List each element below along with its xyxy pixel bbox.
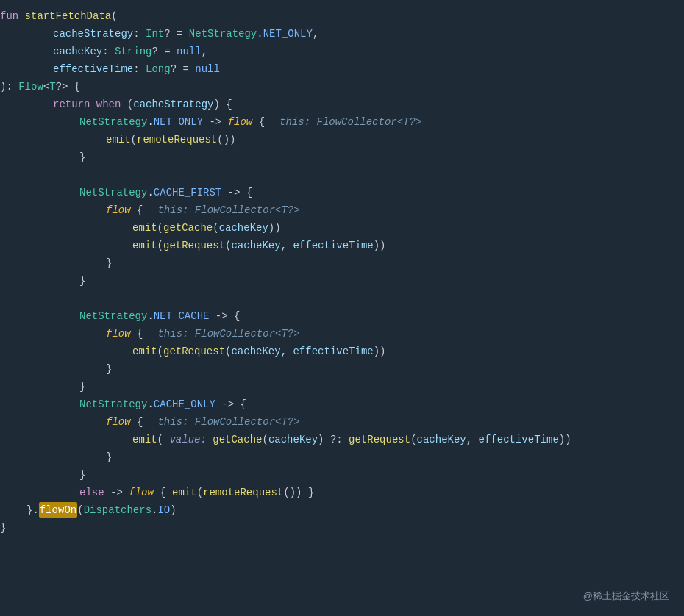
code-line: emit(getCache(cacheKey)) — [0, 219, 684, 237]
code-line: NetStrategy.CACHE_FIRST -> { — [0, 184, 684, 201]
code-line: } — [0, 466, 684, 484]
code-line: fun startFetchData( — [0, 7, 684, 25]
code-line: } — [0, 448, 684, 466]
code-line: } — [0, 254, 684, 272]
code-line: NetStrategy.NET_CACHE -> { — [0, 307, 684, 325]
code-line: } — [0, 378, 684, 395]
code-line: cacheKey: String? = null, — [0, 43, 684, 60]
code-line: emit( value: getCache(cacheKey) ?: getRe… — [0, 431, 684, 448]
code-line: ): Flow<T?> { — [0, 78, 684, 96]
code-line: emit(remoteRequest()) — [0, 131, 684, 148]
code-line: flow {this: FlowCollector<T?> — [0, 325, 684, 343]
code-line: emit(getRequest(cacheKey, effectiveTime)… — [0, 237, 684, 254]
code-line: flow {this: FlowCollector<T?> — [0, 413, 684, 431]
code-line: } — [0, 360, 684, 378]
code-line — [0, 290, 684, 307]
code-line: NetStrategy.CACHE_ONLY -> { — [0, 395, 684, 413]
keyword-fun: fun — [0, 8, 25, 24]
code-line: } — [0, 519, 684, 537]
code-line: cacheStrategy: Int? = NetStrategy.NET_ON… — [0, 25, 684, 43]
code-line: else -> flow { emit(remoteRequest()) } — [0, 484, 684, 501]
highlight-flowon: flowOn — [39, 502, 77, 518]
watermark: @稀土掘金技术社区 — [583, 590, 669, 603]
code-line: } — [0, 272, 684, 290]
code-line: }.flowOn(Dispatchers.IO) — [0, 501, 684, 519]
param-cacheStrategy: cacheStrategy — [53, 26, 133, 42]
code-line: } — [0, 148, 684, 166]
code-line — [0, 166, 684, 184]
code-line: flow {this: FlowCollector<T?> — [0, 201, 684, 219]
code-line: NetStrategy.NET_ONLY -> flow {this: Flow… — [0, 113, 684, 131]
code-line: effectiveTime: Long? = null — [0, 60, 684, 78]
fn-startFetchData: startFetchData — [25, 8, 112, 24]
code-line: return when (cacheStrategy) { — [0, 96, 684, 113]
code-container: fun startFetchData( cacheStrategy: Int? … — [0, 0, 684, 616]
code-line: emit(getRequest(cacheKey, effectiveTime)… — [0, 343, 684, 360]
